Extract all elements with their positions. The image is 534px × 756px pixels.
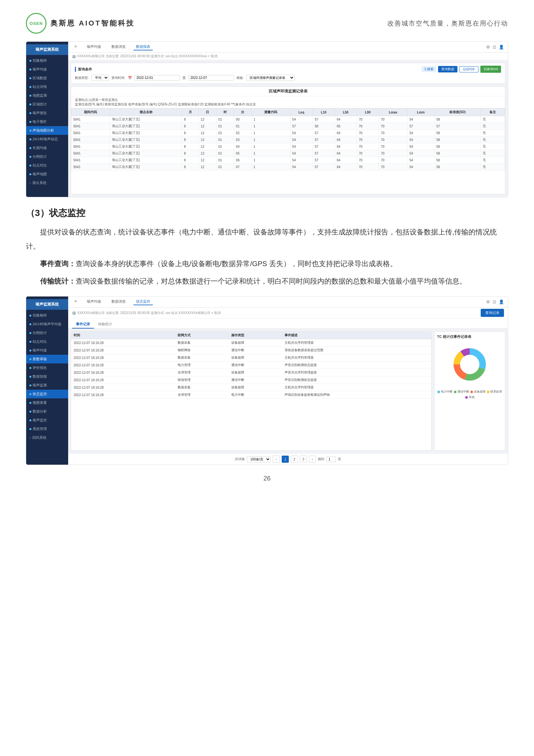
sidebar-item-13[interactable]: 噪声地图 — [26, 170, 68, 178]
start-date-input[interactable] — [134, 75, 180, 81]
prev-page-btn[interactable]: ‹ — [273, 456, 280, 463]
sidebar2-item-11[interactable]: 数据分析 — [26, 407, 68, 416]
sidebar-dot-icon — [29, 315, 31, 316]
table-cell: 01 — [216, 116, 234, 123]
table-cell: 54 — [407, 130, 434, 136]
sidebar-item-12[interactable]: 站点对比 — [26, 161, 68, 170]
table-cell: 57 — [313, 164, 335, 171]
sidebar2-item-13[interactable]: 系统管理 — [26, 424, 68, 433]
table-cell: 8 — [182, 164, 199, 171]
query-record-button[interactable]: 查询记录 — [481, 309, 504, 317]
export-word-button[interactable]: 切换Word — [480, 66, 501, 73]
calendar-icon: 📅 — [128, 76, 132, 80]
tab-noise-avg[interactable]: ≡ — [72, 44, 79, 50]
table-cell: 8 — [182, 136, 199, 143]
sidebar-item-6[interactable]: 噪声报告 — [26, 109, 68, 117]
table1-header: 期间代码 — [71, 109, 110, 116]
sidebar-item-10[interactable]: 长期均值 — [26, 144, 68, 152]
table-cell: 无 — [481, 157, 505, 164]
tab-data-list[interactable]: 数据浏览 — [109, 44, 128, 50]
sidebar-dot-icon — [29, 95, 31, 97]
sidebar2-item-0[interactable]: 切换格样 — [26, 311, 68, 320]
main-content-1: ≡ 噪声均值 数据浏览 数据报表 ⚙ ⊡ 👤 🏢 XXXXXXx有限公司 当前位… — [68, 42, 508, 197]
table1-header: L10 — [313, 109, 335, 116]
sidebar-item-7[interactable]: 电子围栏 — [26, 117, 68, 126]
next-page-btn[interactable]: › — [309, 456, 316, 463]
para-2-body: 查询设备本身的状态事件（设备上电/设备断电/数据异常/GPS 丢失），同时也支持… — [76, 260, 397, 268]
table-cell: 无 — [481, 130, 505, 136]
table-cell: 54 — [290, 116, 313, 123]
table-cell: 70 — [379, 157, 407, 164]
search-button[interactable]: 查询数据 — [438, 66, 457, 72]
table-cell: 12 — [199, 130, 216, 136]
sidebar-logo: 噪声监测系统 — [26, 44, 68, 55]
sidebar-dot-icon — [29, 130, 31, 132]
tab-event-record[interactable]: 事件记录 — [72, 320, 94, 329]
tab2-noise-avg[interactable]: 噪声均值 — [84, 298, 104, 305]
table-cell: 1 — [251, 123, 290, 130]
event-table-cell: 通信中断 — [229, 376, 282, 384]
tab2-menu[interactable]: ≡ — [72, 298, 79, 305]
event-table: 时间联网方式操作类型事件描述 2022-12-07 16:16:28数据采集设备… — [71, 332, 431, 399]
export-pdf-button[interactable]: GISPDF — [459, 66, 478, 72]
sidebar2-item-10[interactable]: 视图查看 — [26, 398, 68, 407]
sidebar2-item-8[interactable]: 噪声监测 — [26, 381, 68, 390]
page-goto-input[interactable] — [326, 457, 336, 462]
breadcrumb2-company: 🏢 — [72, 311, 76, 315]
tab-data-browse[interactable]: 噪声均值 — [84, 44, 104, 50]
sidebar2-item-9[interactable]: 状态监控 — [26, 390, 68, 398]
sidebar2-item-1[interactable]: 24小时噪声平均值 — [26, 320, 68, 329]
sidebar-item-11[interactable]: 分档统计 — [26, 152, 68, 161]
sidebar2-item-14[interactable]: ○ 回到系统 — [26, 433, 68, 442]
end-date-input[interactable] — [188, 75, 234, 81]
expand-icon[interactable]: ⊡ — [493, 45, 496, 49]
table-cell: 5041 — [71, 150, 110, 157]
model-select[interactable]: 区域环境噪声测量记录表 — [246, 75, 294, 81]
user-icon[interactable]: 👤 — [499, 45, 504, 49]
sidebar-item-4[interactable]: 地图监测 — [26, 91, 68, 100]
sidebar2-item-2[interactable]: 分档统计 — [26, 329, 68, 337]
sidebar2-item-3[interactable]: 站点对比 — [26, 337, 68, 346]
sidebar-item-3[interactable]: 站点详情 — [26, 82, 68, 91]
page-3-btn[interactable]: 3 — [300, 456, 307, 463]
topbar-2: ≡ 噪声均值 数据浏览 状态监控 ⚙ ⊡ 👤 — [68, 297, 508, 308]
sidebar-1: 噪声监测系统 切换格样 噪声均值 区域数据 站点详情 地图监测 — [26, 42, 68, 197]
table-cell: 70 — [357, 123, 379, 130]
sidebar2-item-5[interactable]: 新数审核 — [26, 355, 68, 364]
sidebar-item-5[interactable]: 区域统计 — [26, 100, 68, 109]
user-icon-2[interactable]: 👤 — [499, 299, 504, 304]
page-2-btn[interactable]: 2 — [291, 456, 298, 463]
table-cell: 05 — [234, 150, 252, 157]
table-cell: 8 — [182, 143, 199, 150]
sidebar-item-2[interactable]: 区域数据 — [26, 74, 68, 82]
expand-icon-2[interactable]: ⊡ — [493, 299, 496, 304]
table-cell: 70 — [379, 130, 407, 136]
page-1-btn[interactable]: 1 — [282, 456, 289, 463]
date-label: 查询时间: — [112, 76, 125, 80]
sidebar-item-1[interactable]: 噪声均值 — [26, 65, 68, 74]
query-area-1: 查询条件 1-搜索 查询数据 GISPDF 切换Word 数据类型: 平均 查询… — [71, 63, 505, 84]
sidebar2-item-12[interactable]: 噪声监控 — [26, 416, 68, 424]
sidebar2-item-7[interactable]: 数据加报 — [26, 372, 68, 381]
tab2-status[interactable]: 状态监控 — [134, 298, 153, 305]
settings-icon[interactable]: ⚙ — [486, 45, 490, 49]
table-cell: 64 — [335, 130, 357, 136]
sidebar2-item-4[interactable]: 噪声均值 — [26, 346, 68, 355]
date-separator: 至 — [183, 76, 186, 80]
sidebar-item-8[interactable]: 声场地图分析 — [26, 126, 68, 135]
table-cell: 5041 — [71, 123, 110, 130]
sidebar2-item-6[interactable]: 评价报告 — [26, 364, 68, 372]
table-cell: 1 — [251, 130, 290, 136]
legend-item: 通信中断 — [454, 390, 469, 394]
data-type-select[interactable]: 平均 — [91, 75, 109, 81]
settings-icon-2[interactable]: ⚙ — [486, 299, 490, 304]
table-cell: 70 — [379, 136, 407, 143]
sidebar-item-9[interactable]: 24小时噪声动态 — [26, 135, 68, 144]
sidebar-item-0[interactable]: 切换格样 — [26, 56, 68, 65]
sidebar-dot-icon — [29, 77, 31, 79]
tab-data-report[interactable]: 数据报表 — [134, 44, 153, 50]
per-page-select[interactable]: 100条/页 — [247, 456, 271, 462]
tab-transfer-stats[interactable]: 传输统计 — [94, 320, 116, 329]
sidebar-item-14[interactable]: ○ 退出系统 — [26, 178, 68, 187]
tab2-data-browse[interactable]: 数据浏览 — [109, 298, 128, 305]
